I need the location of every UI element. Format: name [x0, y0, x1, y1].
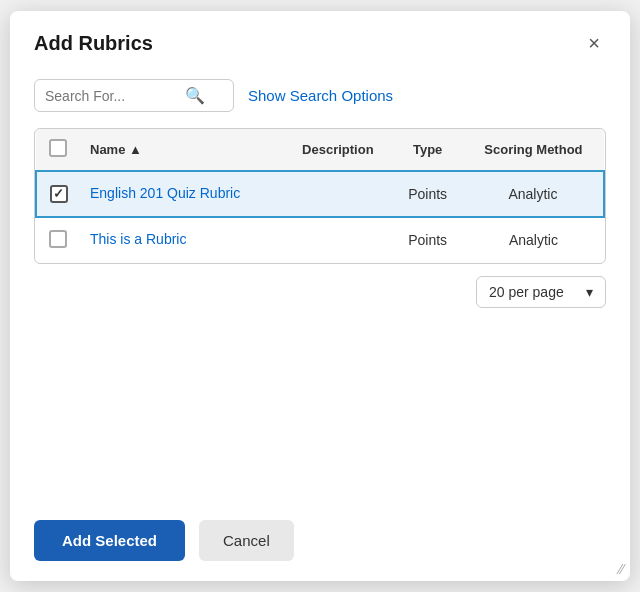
table-row[interactable]: English 201 Quiz Rubric Points Analytic — [36, 171, 604, 217]
search-row: 🔍 Show Search Options — [10, 71, 630, 128]
chevron-down-icon: ▾ — [586, 284, 593, 300]
search-icon: 🔍 — [185, 86, 205, 105]
search-box[interactable]: 🔍 — [34, 79, 234, 112]
row2-scoring-method: Analytic — [463, 217, 604, 263]
per-page-label: 20 per page — [489, 284, 564, 300]
header-scoring-method: Scoring Method — [463, 129, 604, 171]
modal-title: Add Rubrics — [34, 32, 153, 55]
header-type: Type — [392, 129, 462, 171]
row1-name[interactable]: English 201 Quiz Rubric — [80, 171, 283, 217]
rubrics-table-container: Name ▲ Description Type Scoring Method E… — [34, 128, 606, 264]
per-page-select[interactable]: 20 per page ▾ — [476, 276, 606, 308]
row1-scoring-method: Analytic — [463, 171, 604, 217]
header-checkbox-cell — [36, 129, 80, 171]
table-header-row: Name ▲ Description Type Scoring Method — [36, 129, 604, 171]
resize-handle[interactable]: ∕∕ — [619, 561, 624, 577]
pagination-row: 20 per page ▾ — [10, 264, 630, 320]
select-all-checkbox[interactable] — [49, 139, 67, 157]
add-selected-button[interactable]: Add Selected — [34, 520, 185, 561]
header-name: Name ▲ — [80, 129, 283, 171]
rubrics-table: Name ▲ Description Type Scoring Method E… — [35, 129, 605, 263]
footer-row: Add Selected Cancel — [10, 504, 630, 581]
modal-header: Add Rubrics × — [10, 11, 630, 71]
row1-description — [283, 171, 392, 217]
search-input[interactable] — [45, 88, 185, 104]
row2-checkbox-cell[interactable] — [36, 217, 80, 263]
row2-description — [283, 217, 392, 263]
add-rubrics-modal: Add Rubrics × 🔍 Show Search Options Name… — [10, 11, 630, 581]
row1-type: Points — [392, 171, 462, 217]
row2-checkbox[interactable] — [49, 230, 67, 248]
header-description: Description — [283, 129, 392, 171]
close-button[interactable]: × — [582, 31, 606, 55]
table-row[interactable]: This is a Rubric Points Analytic — [36, 217, 604, 263]
row2-type: Points — [392, 217, 462, 263]
row2-name[interactable]: This is a Rubric — [80, 217, 283, 263]
row1-checkbox-cell[interactable] — [36, 171, 80, 217]
row1-checkbox[interactable] — [50, 185, 68, 203]
cancel-button[interactable]: Cancel — [199, 520, 294, 561]
show-search-options-link[interactable]: Show Search Options — [248, 87, 393, 104]
